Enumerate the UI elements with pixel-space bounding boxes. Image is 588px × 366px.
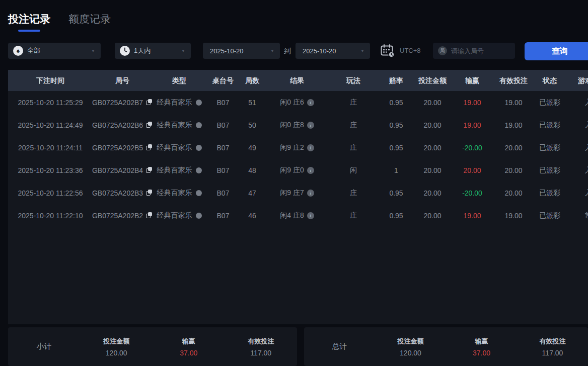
table-row[interactable]: 2025-10-20 11:22:56 GB0725A202B3 经典百家乐 B… bbox=[8, 181, 588, 204]
column-header: 局数 bbox=[240, 70, 265, 91]
column-header: 游戏模式 bbox=[567, 70, 588, 91]
info-icon[interactable]: i bbox=[307, 99, 314, 106]
cell-status: 已派彩 bbox=[533, 166, 567, 175]
result-text: 闲0 庄8 bbox=[280, 121, 304, 130]
cell-table-no: B07 bbox=[206, 166, 240, 174]
cell-round-count: 49 bbox=[240, 144, 265, 152]
cell-game-mode: 入座 bbox=[567, 189, 588, 198]
cell-bet-time: 2025-10-20 11:22:10 bbox=[8, 212, 93, 220]
cell-bet-time: 2025-10-20 11:24:49 bbox=[8, 121, 93, 129]
cell-round-count: 51 bbox=[240, 99, 265, 107]
cell-odds: 0.95 bbox=[378, 99, 415, 107]
column-header: 状态 bbox=[533, 70, 567, 91]
column-header: 局号 bbox=[93, 70, 152, 91]
table-row[interactable]: 2025-10-20 11:24:11 GB0725A202B5 经典百家乐 B… bbox=[8, 136, 588, 159]
cell-play: 庄 bbox=[329, 189, 378, 198]
cell-bet-amount: 20.00 bbox=[415, 144, 450, 152]
cell-odds: 1 bbox=[378, 166, 415, 174]
cell-play: 闲 bbox=[329, 166, 378, 175]
cell-round-count: 50 bbox=[240, 121, 265, 129]
game-icon bbox=[196, 213, 202, 219]
table-row[interactable]: 2025-10-20 11:22:10 GB0725A202B2 经典百家乐 B… bbox=[8, 204, 588, 227]
game-type-text: 经典百家乐 bbox=[157, 166, 192, 175]
chevron-down-icon: ▼ bbox=[360, 49, 364, 53]
chevron-down-icon: ▼ bbox=[91, 49, 95, 53]
cell-round-count: 48 bbox=[240, 166, 265, 174]
cell-round-count: 46 bbox=[240, 212, 265, 220]
result-text: 闲0 庄6 bbox=[280, 98, 304, 107]
info-icon[interactable]: i bbox=[307, 190, 314, 197]
info-icon[interactable]: i bbox=[307, 167, 314, 174]
cell-table-no: B07 bbox=[206, 99, 240, 107]
copy-icon[interactable] bbox=[146, 190, 153, 196]
cell-status: 已派彩 bbox=[533, 189, 567, 198]
round-id-text: GB0725A202B2 bbox=[92, 212, 143, 220]
query-button[interactable]: 查询 bbox=[525, 42, 588, 60]
clock-icon bbox=[120, 46, 130, 56]
table-row[interactable]: 2025-10-20 11:23:36 GB0725A202B4 经典百家乐 B… bbox=[8, 159, 588, 181]
copy-icon[interactable] bbox=[146, 144, 153, 151]
chevron-down-icon: ▼ bbox=[181, 49, 185, 53]
cell-status: 已派彩 bbox=[533, 121, 567, 130]
column-header: 有效投注 bbox=[494, 70, 533, 91]
round-number-input[interactable] bbox=[451, 47, 506, 55]
cell-play: 庄 bbox=[329, 121, 378, 130]
table-row[interactable]: 2025-10-20 11:25:29 GB0725A202B7 经典百家乐 B… bbox=[8, 91, 588, 114]
top-tabs: 投注记录 额度记录 bbox=[8, 12, 111, 32]
column-header: 赔率 bbox=[378, 70, 415, 91]
date-from-value: 2025-10-20 bbox=[210, 47, 244, 55]
cell-table-no: B07 bbox=[206, 121, 240, 129]
cell-table-no: B07 bbox=[206, 144, 240, 152]
column-header: 桌台号 bbox=[206, 70, 240, 91]
total-valid-value: 117.00 bbox=[517, 349, 588, 357]
chevron-down-icon: ▼ bbox=[270, 49, 274, 53]
game-icon bbox=[196, 122, 202, 128]
info-icon[interactable]: i bbox=[307, 212, 314, 219]
cell-winloss: 19.00 bbox=[450, 121, 494, 129]
total-label: 总计 bbox=[332, 342, 347, 350]
cell-game-mode: 入座 bbox=[567, 143, 588, 152]
cell-valid-bet: 20.00 bbox=[494, 166, 533, 174]
info-icon[interactable]: i bbox=[307, 122, 314, 129]
column-header: 投注金额 bbox=[415, 70, 450, 91]
date-to-picker[interactable]: 2025-10-20 ▼ bbox=[296, 43, 370, 59]
date-from-picker[interactable]: 2025-10-20 ▼ bbox=[203, 43, 280, 59]
cell-bet-amount: 20.00 bbox=[415, 99, 450, 107]
cell-result: 闲0 庄8 i bbox=[265, 121, 329, 130]
cell-result: 闲9 庄7 i bbox=[265, 189, 329, 198]
copy-icon[interactable] bbox=[146, 212, 153, 219]
cell-game-mode: 常规 bbox=[567, 211, 588, 220]
table-row[interactable]: 2025-10-20 11:24:49 GB0725A202B6 经典百家乐 B… bbox=[8, 114, 588, 136]
game-type-text: 经典百家乐 bbox=[157, 211, 192, 220]
cell-result: 闲4 庄8 i bbox=[265, 211, 329, 220]
cell-game-mode: 入座 bbox=[567, 166, 588, 175]
round-number-input-wrap[interactable]: 局 bbox=[433, 43, 515, 59]
subtotal-bet-value: 120.00 bbox=[81, 349, 153, 357]
time-range-select[interactable]: 1天内 ▼ bbox=[115, 43, 191, 59]
cell-result: 闲9 庄2 i bbox=[265, 143, 329, 152]
cell-bet-time: 2025-10-20 11:24:11 bbox=[8, 144, 93, 152]
column-header: 玩法 bbox=[329, 70, 378, 91]
round-id-text: GB0725A202B6 bbox=[92, 121, 143, 129]
copy-icon[interactable] bbox=[146, 167, 153, 173]
copy-icon[interactable] bbox=[146, 99, 153, 106]
subtotal-winloss-value: 37.00 bbox=[153, 349, 225, 357]
cell-status: 已派彩 bbox=[533, 143, 567, 152]
cell-play: 庄 bbox=[329, 143, 378, 152]
game-icon bbox=[196, 190, 202, 196]
total-bet-label: 投注金额 bbox=[375, 337, 446, 346]
copy-icon[interactable] bbox=[146, 122, 153, 128]
info-icon[interactable]: i bbox=[307, 144, 314, 151]
table-body: 2025-10-20 11:25:29 GB0725A202B7 经典百家乐 B… bbox=[8, 91, 588, 324]
game-type-select[interactable]: ♠ 全部 ▼ bbox=[8, 43, 101, 59]
result-text: 闲9 庄7 bbox=[280, 189, 304, 198]
round-icon: 局 bbox=[438, 46, 447, 55]
tab-betting-records[interactable]: 投注记录 bbox=[8, 12, 50, 32]
cell-bet-time: 2025-10-20 11:22:56 bbox=[8, 189, 93, 197]
tab-quota-records[interactable]: 额度记录 bbox=[68, 12, 111, 32]
round-id-text: GB0725A202B7 bbox=[92, 99, 143, 107]
cell-result: 闲9 庄0 i bbox=[265, 166, 329, 175]
cell-bet-time: 2025-10-20 11:25:29 bbox=[8, 99, 93, 107]
game-type-text: 经典百家乐 bbox=[157, 189, 192, 198]
cell-valid-bet: 20.00 bbox=[494, 189, 533, 197]
